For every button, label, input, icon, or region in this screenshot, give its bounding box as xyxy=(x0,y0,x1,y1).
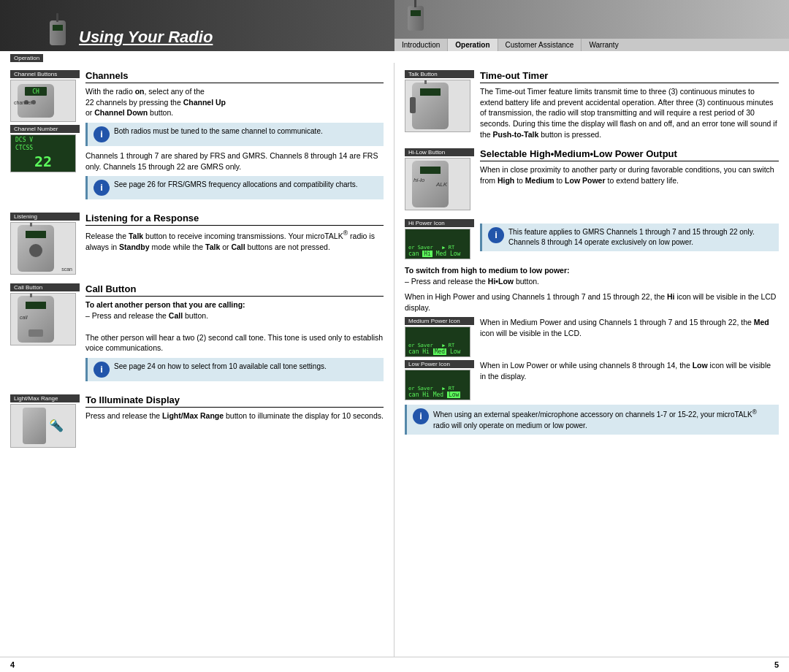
illuminate-label: Light/Max Range xyxy=(10,394,80,402)
listening-img: scan xyxy=(10,222,76,275)
call-button-section: Call Button call Call Button To alert an… xyxy=(10,283,384,385)
power-text: When in close proximity to another party… xyxy=(480,164,779,186)
listening-text: Release the Talk button to receive incom… xyxy=(85,229,384,252)
nav-customer-assistance[interactable]: Customer Assistance xyxy=(498,39,582,51)
left-header: Using Your Radio xyxy=(0,0,394,51)
low-image-col: Low Power Icon er Saver ▶ RT can Hi Med … xyxy=(405,360,474,400)
listening-title: Listening for a Response xyxy=(85,213,384,226)
listening-section: Listening scan Listening for a Response … xyxy=(10,213,384,275)
illuminate-img: 🔦 xyxy=(10,404,76,448)
listening-image: Listening scan xyxy=(10,213,80,275)
nav-operation[interactable]: Operation xyxy=(448,39,498,51)
page-title: Using Your Radio xyxy=(79,28,213,47)
med-img: er Saver ▶ RT can Hi Med Low xyxy=(405,327,470,357)
med-image-col: Medium Power Icon er Saver ▶ RT can Hi M… xyxy=(405,317,474,357)
info-icon-3: i xyxy=(94,362,110,378)
med-detail: When in Medium Power and using Channels … xyxy=(480,317,779,357)
channels-content: Channels With the radio on, select any o… xyxy=(85,70,384,204)
channel-number-img: DCS V CTCSS 22 xyxy=(10,134,76,172)
switch-power-section: To switch from high to medium to low pow… xyxy=(405,265,779,286)
call-button-label: Call Button xyxy=(10,283,80,291)
power-section: Hi-Low Button hi-lo ALK Selectable High•… xyxy=(405,148,779,210)
illuminate-text: Press and release the Light/Max Range bu… xyxy=(85,411,384,421)
right-page: Talk Button Time-out Timer The Time-out … xyxy=(394,63,789,657)
med-label: Medium Power Icon xyxy=(405,317,474,325)
channel-buttons-label: Channel Buttons xyxy=(10,70,80,78)
power-content: Selectable High•Medium•Low Power Output … xyxy=(480,148,779,210)
info-icon-5: i xyxy=(413,408,429,424)
low-power-row: Low Power Icon er Saver ▶ RT can Hi Med … xyxy=(405,360,779,400)
info-icon-2: i xyxy=(94,180,110,196)
left-page: Channel Buttons CH channel Channel Numbe… xyxy=(0,63,394,657)
hi-power-info: i This feature applies to GMRS Channels … xyxy=(480,219,779,259)
hilow-img: hi-lo ALK xyxy=(405,158,470,210)
call-button-title: Call Button xyxy=(85,283,384,297)
speaker-info-box: i When using an external speaker/microph… xyxy=(405,405,779,434)
illuminate-image: Light/Max Range 🔦 xyxy=(10,394,80,448)
power-title: Selectable High•Medium•Low Power Output xyxy=(480,148,779,161)
timeout-text: The Time-out Timer feature limits transm… xyxy=(480,86,779,140)
low-label: Low Power Icon xyxy=(405,360,474,368)
hilow-label: Hi-Low Button xyxy=(405,148,474,156)
switch-title: To switch from high to medium to low pow… xyxy=(405,265,779,276)
hi-power-row: Hi Power Icon er Saver ▶ RT can Hi Med L… xyxy=(405,219,779,259)
hi-detail: When in High Power and using Channels 1 … xyxy=(405,291,779,313)
channel-buttons-img: CH channel xyxy=(10,80,76,122)
channels-detail: Channels 1 through 7 are shared by FRS a… xyxy=(85,150,384,172)
low-img: er Saver ▶ RT can Hi Med Low xyxy=(405,370,470,400)
timeout-content: Time-out Timer The Time-out Timer featur… xyxy=(480,70,779,140)
call-button-content: Call Button To alert another person that… xyxy=(85,283,384,385)
channels-info1: i Both radios must be tuned to the same … xyxy=(85,123,384,146)
nav-warranty[interactable]: Warranty xyxy=(582,39,625,51)
hi-power-img: er Saver ▶ RT can Hi Med Low xyxy=(405,229,470,259)
channels-title: Channels xyxy=(85,70,384,83)
illuminate-title: To Illuminate Display xyxy=(85,394,384,408)
timeout-image: Talk Button xyxy=(405,70,474,140)
talk-button-img xyxy=(405,80,470,132)
listening-content: Listening for a Response Release the Tal… xyxy=(85,213,384,275)
call-info: i See page 24 on how to select from 10 a… xyxy=(85,358,384,381)
channel-buttons-image: Channel Buttons CH channel Channel Numbe… xyxy=(10,70,80,204)
call-button-img: call xyxy=(10,293,76,345)
left-section-label: Operation xyxy=(10,54,43,62)
nav-introduction[interactable]: Introduction xyxy=(394,39,448,51)
timeout-section: Talk Button Time-out Timer The Time-out … xyxy=(405,70,779,140)
hi-power-label: Hi Power Icon xyxy=(405,219,474,227)
low-detail: When in Low Power or while using channel… xyxy=(480,360,779,400)
hi-power-info-box: i This feature applies to GMRS Channels … xyxy=(480,224,779,251)
med-power-row: Medium Power Icon er Saver ▶ RT can Hi M… xyxy=(405,317,779,357)
illuminate-section: Light/Max Range 🔦 To Illuminate Display … xyxy=(10,394,384,448)
timeout-title: Time-out Timer xyxy=(480,70,779,83)
channels-text: With the radio on, select any of the 22 … xyxy=(85,86,384,118)
call-button-text: To alert another person that you are cal… xyxy=(85,299,384,353)
info-icon-4: i xyxy=(488,227,504,243)
hilow-image: Hi-Low Button hi-lo ALK xyxy=(405,148,474,210)
page-number-left: 4 xyxy=(10,660,15,669)
switch-detail: – Press and release the Hi•Low button. xyxy=(405,276,779,287)
talk-button-label: Talk Button xyxy=(405,70,474,78)
call-button-image: Call Button call xyxy=(10,283,80,385)
info-icon-1: i xyxy=(94,126,110,142)
page-footer: 4 5 xyxy=(0,657,789,672)
hi-power-image-col: Hi Power Icon er Saver ▶ RT can Hi Med L… xyxy=(405,219,474,259)
page-number-right: 5 xyxy=(774,660,779,669)
listening-label: Listening xyxy=(10,213,80,221)
channels-info2: i See page 26 for FRS/GMRS frequency all… xyxy=(85,176,384,199)
channel-number-label: Channel Number xyxy=(10,125,80,133)
channels-section: Channel Buttons CH channel Channel Numbe… xyxy=(10,70,384,204)
illuminate-content: To Illuminate Display Press and release … xyxy=(85,394,384,448)
